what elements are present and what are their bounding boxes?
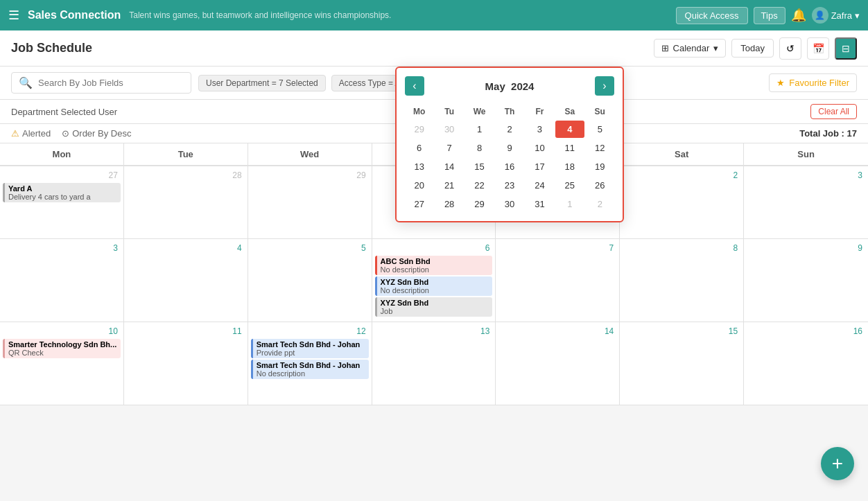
search-input[interactable]	[38, 78, 177, 88]
mini-cal-day[interactable]: 6	[405, 139, 433, 157]
mini-cal-day[interactable]: 3	[526, 121, 554, 138]
page-title: Job Schedule	[11, 41, 645, 55]
mini-cal-day[interactable]: 5	[586, 121, 614, 138]
calendar-cell-may8[interactable]: 8	[620, 239, 744, 322]
mini-cal-day[interactable]: 16	[495, 158, 523, 175]
cell-date: 10	[3, 325, 121, 337]
mini-cal-day[interactable]: 22	[465, 177, 494, 194]
mini-cal-day[interactable]: 31	[526, 195, 554, 213]
mini-cal-day[interactable]: 28	[435, 195, 463, 213]
mini-cal-day[interactable]: 29	[405, 121, 433, 138]
calendar-cell-may9[interactable]: 9	[744, 239, 868, 322]
mini-cal-day[interactable]: 26	[586, 177, 614, 194]
calendar-cell-may12[interactable]: 12 Smart Tech Sdn Bhd - Johan Provide pp…	[248, 322, 372, 405]
add-fab-button[interactable]: +	[821, 447, 854, 480]
filter-tag-dept[interactable]: User Department = 7 Selected	[198, 75, 326, 91]
mini-cal-day[interactable]: 7	[435, 139, 463, 157]
mini-cal-day-selected[interactable]: 4	[555, 121, 584, 138]
search-box[interactable]: 🔍	[11, 72, 191, 94]
cell-date: 27	[3, 169, 121, 182]
calendar-cell-may7[interactable]: 7	[496, 239, 620, 322]
user-info[interactable]: 👤 Zafra ▾	[812, 7, 860, 24]
mini-cal-day[interactable]: 12	[586, 139, 614, 157]
cell-date: 3	[747, 169, 865, 182]
mini-cal-day[interactable]: 1	[465, 121, 494, 138]
bell-icon[interactable]: 🔔	[791, 8, 806, 23]
event-title: XYZ Sdn Bhd	[381, 278, 489, 286]
calendar-cell-may3b[interactable]: 3	[0, 239, 124, 322]
header-subtitle: Talent wins games, but teamwork and inte…	[129, 10, 667, 20]
event-card[interactable]: Yard A Delivery 4 cars to yard a	[3, 183, 121, 202]
mini-cal-day[interactable]: 24	[526, 177, 554, 194]
mini-cal-day[interactable]: 11	[555, 139, 584, 157]
menu-icon[interactable]: ☰	[8, 8, 19, 23]
calendar-cell-may14[interactable]: 14	[496, 322, 620, 405]
calendar-cell-may6[interactable]: 6 ABC Sdn Bhd No description XYZ Sdn Bhd…	[372, 239, 496, 322]
cell-date: 2	[623, 169, 740, 182]
mini-cal-day[interactable]: 15	[465, 158, 494, 175]
mini-cal-day[interactable]: 21	[435, 177, 463, 194]
mini-cal-day[interactable]: 19	[586, 158, 614, 175]
event-title: Smart Tech Sdn Bhd - Johan	[257, 340, 365, 349]
mini-cal-day[interactable]: 25	[555, 177, 584, 194]
date-picker-button[interactable]: 📅	[807, 37, 829, 60]
mini-cal-day[interactable]: 2	[495, 121, 523, 138]
mini-cal-day[interactable]: 9	[495, 139, 523, 157]
clear-all-button[interactable]: Clear All	[810, 104, 857, 119]
calendar-icon: 📅	[813, 43, 824, 54]
mini-cal-dow-tu: Tu	[435, 104, 463, 119]
calendar-view-button[interactable]: ⊞ Calendar ▾	[654, 39, 727, 58]
mini-cal-day[interactable]: 13	[405, 158, 433, 175]
event-card-smarttech1[interactable]: Smart Tech Sdn Bhd - Johan Provide ppt	[251, 339, 369, 358]
event-desc: No description	[257, 369, 365, 378]
calendar-cell-may11[interactable]: 11	[124, 322, 248, 405]
event-card-smarttech2[interactable]: Smart Tech Sdn Bhd - Johan No descriptio…	[251, 360, 369, 379]
alerted-icon: ⚠	[11, 128, 19, 139]
cell-date: 9	[747, 242, 865, 254]
mini-cal-day[interactable]: 23	[495, 177, 523, 194]
mini-cal-next-button[interactable]: ›	[595, 76, 614, 96]
quick-access-button[interactable]: Quick Access	[676, 7, 748, 24]
mini-cal-day[interactable]: 17	[526, 158, 554, 175]
calendar-cell-may3[interactable]: 3	[744, 166, 868, 238]
mini-cal-day[interactable]: 1	[555, 195, 584, 213]
event-desc: Provide ppt	[257, 349, 365, 357]
event-title: Yard A	[8, 184, 117, 193]
refresh-button[interactable]: ↺	[779, 37, 801, 60]
filter-button[interactable]: ⊟	[835, 37, 857, 60]
mini-cal-day[interactable]: 14	[435, 158, 463, 175]
calendar-cell-may16[interactable]: 16	[744, 322, 868, 405]
calendar-cell-may5[interactable]: 5	[248, 239, 372, 322]
today-button[interactable]: Today	[731, 39, 774, 58]
calendar-cell-may2[interactable]: 2	[620, 166, 744, 238]
calendar-cell-may13[interactable]: 13	[372, 322, 496, 405]
event-title: ABC Sdn Bhd	[381, 257, 489, 265]
mini-cal-day[interactable]: 30	[495, 195, 523, 213]
favourite-filter-button[interactable]: ★ Favourite Filter	[769, 73, 857, 92]
event-card-xyz1[interactable]: XYZ Sdn Bhd No description	[375, 276, 493, 296]
mini-cal-day[interactable]: 27	[405, 195, 433, 213]
mini-cal-prev-button[interactable]: ‹	[405, 76, 424, 96]
mini-cal-day[interactable]: 8	[465, 139, 494, 157]
mini-cal-day[interactable]: 18	[555, 158, 584, 175]
cell-date: 12	[251, 325, 369, 337]
calendar-cell-apr29[interactable]: 29	[248, 166, 372, 238]
tips-button[interactable]: Tips	[754, 7, 785, 24]
event-card-abc[interactable]: ABC Sdn Bhd No description	[375, 256, 493, 275]
alerted-label: Alerted	[22, 128, 51, 139]
mini-cal-day[interactable]: 2	[586, 195, 614, 213]
event-title: Smart Tech Sdn Bhd - Johan	[257, 361, 365, 369]
event-card-smarter[interactable]: Smarter Technology Sdn Bh... QR Check	[3, 339, 121, 358]
calendar-cell-may15[interactable]: 15	[620, 322, 744, 405]
calendar-cell-may10[interactable]: 10 Smarter Technology Sdn Bh... QR Check	[0, 322, 124, 405]
calendar-cell-apr28[interactable]: 28	[124, 166, 248, 238]
cell-date: 6	[375, 242, 493, 254]
calendar-cell-may4[interactable]: 4	[124, 239, 248, 322]
calendar-week-2: 3 4 5 6 ABC Sdn Bhd No description XYZ S…	[0, 239, 868, 322]
mini-cal-day[interactable]: 10	[526, 139, 554, 157]
mini-cal-day[interactable]: 29	[465, 195, 494, 213]
calendar-cell-apr27[interactable]: 27 Yard A Delivery 4 cars to yard a	[0, 166, 124, 238]
mini-cal-day[interactable]: 20	[405, 177, 433, 194]
event-card-xyz2[interactable]: XYZ Sdn Bhd Job	[375, 297, 493, 317]
mini-cal-day[interactable]: 30	[435, 121, 463, 138]
